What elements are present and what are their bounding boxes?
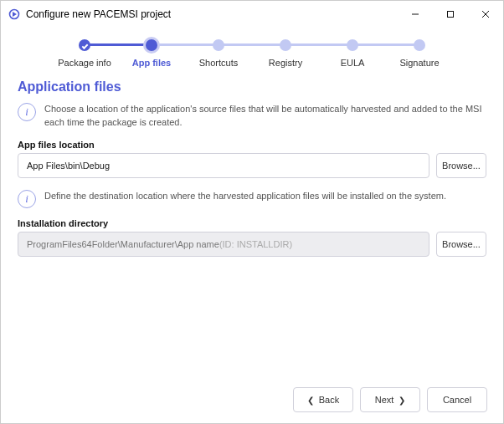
info-icon: i (18, 190, 36, 208)
step-label: EULA (319, 58, 386, 68)
browse-install-dir-button[interactable]: Browse... (436, 232, 486, 257)
step-registry[interactable]: Registry (252, 38, 319, 68)
step-eula[interactable]: EULA (319, 38, 386, 68)
button-label: Back (319, 395, 339, 405)
info-icon: i (18, 103, 36, 121)
window-title: Configure new PACEMSI project (26, 8, 398, 20)
install-directory-label: Installation directory (18, 218, 486, 228)
svg-rect-2 (448, 12, 454, 18)
step-label: Package info (51, 58, 118, 68)
chevron-right-icon: ❯ (399, 396, 405, 405)
back-button[interactable]: ❮ Back (293, 387, 353, 412)
close-button[interactable] (468, 1, 503, 28)
step-label: Shortcuts (185, 58, 252, 68)
step-package-info[interactable]: Package info (51, 38, 118, 68)
step-signature[interactable]: Signature (386, 38, 453, 68)
input-value: App Files\bin\Debug (27, 161, 110, 171)
maximize-button[interactable] (433, 1, 468, 28)
page-heading: Application files (18, 79, 486, 95)
input-hint: (ID: INSTALLDIR) (219, 239, 292, 249)
chevron-left-icon: ❮ (307, 396, 314, 405)
button-label: Next (375, 395, 394, 405)
input-value: ProgramFiles64Folder\Manufacturer\App na… (27, 239, 219, 249)
step-label: App files (118, 58, 185, 68)
button-label: Cancel (443, 395, 471, 405)
wizard-stepper: Package info App files Shortcuts Registr… (18, 38, 486, 68)
titlebar: Configure new PACEMSI project (1, 1, 503, 28)
step-shortcuts[interactable]: Shortcuts (185, 38, 252, 68)
wizard-footer: ❮ Back Next ❯ Cancel (293, 387, 487, 412)
app-files-location-label: App files location (18, 140, 486, 150)
info-text-install-location: Define the destination location where th… (44, 190, 446, 203)
info-text-source-location: Choose a location of the application's s… (44, 103, 486, 130)
step-label: Signature (386, 58, 453, 68)
browse-app-files-button[interactable]: Browse... (436, 153, 486, 178)
app-logo-icon (8, 8, 21, 21)
next-button[interactable]: Next ❯ (360, 387, 420, 412)
app-files-location-input[interactable]: App Files\bin\Debug (18, 153, 429, 178)
cancel-button[interactable]: Cancel (427, 387, 487, 412)
minimize-button[interactable] (398, 1, 433, 28)
step-label: Registry (252, 58, 319, 68)
install-directory-input[interactable]: ProgramFiles64Folder\Manufacturer\App na… (18, 232, 429, 257)
step-app-files[interactable]: App files (118, 38, 185, 68)
